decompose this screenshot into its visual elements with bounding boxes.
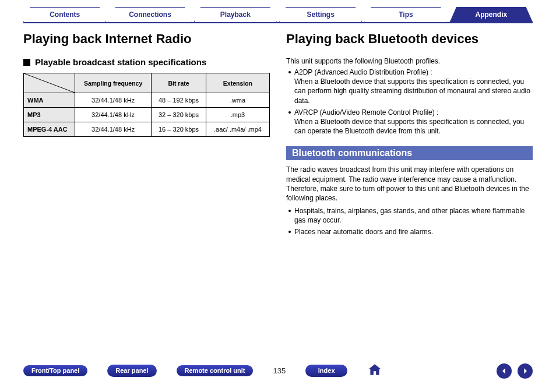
- col-bitrate: Bit rate: [152, 73, 206, 93]
- list-item: A2DP (Advanced Audio Distribution Profil…: [286, 68, 533, 105]
- next-page-button[interactable]: [518, 363, 533, 379]
- section-header: Bluetooth communications: [286, 146, 533, 160]
- top-nav: Contents Connections Playback Settings T…: [0, 0, 556, 22]
- home-icon[interactable]: [367, 362, 382, 379]
- index-button[interactable]: Index: [305, 365, 347, 376]
- page-number: 135: [273, 366, 286, 375]
- table-row: MPEG-4 AAC 32/44.1/48 kHz 16 – 320 kbps …: [24, 122, 270, 137]
- prev-page-button[interactable]: [497, 363, 512, 379]
- tab-connections[interactable]: Connections: [108, 7, 191, 22]
- spec-subheading: Playable broadcast station specification…: [23, 57, 270, 67]
- table-row: WMA 32/44.1/48 kHz 48 – 192 kbps .wma: [24, 93, 270, 108]
- nav-underline: [23, 22, 533, 23]
- tab-settings[interactable]: Settings: [279, 7, 362, 22]
- col-ext: Extension: [206, 73, 269, 93]
- profile-list: A2DP (Advanced Audio Distribution Profil…: [286, 68, 533, 136]
- section-para: The radio waves broadcast from this unit…: [286, 165, 533, 203]
- front-top-panel-button[interactable]: Front/Top panel: [23, 365, 87, 377]
- left-heading: Playing back Internet Radio: [23, 31, 270, 47]
- right-column: Playing back Bluetooth devices This unit…: [286, 31, 533, 239]
- tab-contents[interactable]: Contents: [23, 7, 106, 22]
- tab-tips[interactable]: Tips: [364, 7, 447, 22]
- places-list: Hospitals, trains, airplanes, gas stands…: [286, 206, 533, 237]
- table-corner: [24, 73, 75, 93]
- list-item: AVRCP (Audio/Video Remote Control Profil…: [286, 108, 533, 136]
- list-item: Places near automatic doors and fire ala…: [286, 227, 533, 236]
- footer-nav: Front/Top panel Rear panel Remote contro…: [23, 362, 533, 379]
- tab-playback[interactable]: Playback: [194, 7, 277, 22]
- rear-panel-button[interactable]: Rear panel: [107, 365, 156, 376]
- bluetooth-intro: This unit supports the following Bluetoo…: [286, 57, 533, 65]
- tab-appendix[interactable]: Appendix: [450, 7, 533, 22]
- remote-control-button[interactable]: Remote control unit: [177, 365, 254, 377]
- svg-line-0: [24, 73, 75, 93]
- right-heading: Playing back Bluetooth devices: [286, 31, 533, 47]
- table-row: MP3 32/44.1/48 kHz 32 – 320 kbps .mp3: [24, 108, 270, 122]
- spec-table: Sampling frequency Bit rate Extension WM…: [23, 73, 270, 137]
- left-column: Playing back Internet Radio Playable bro…: [23, 31, 270, 239]
- col-sampling: Sampling frequency: [75, 73, 152, 93]
- list-item: Hospitals, trains, airplanes, gas stands…: [286, 206, 533, 225]
